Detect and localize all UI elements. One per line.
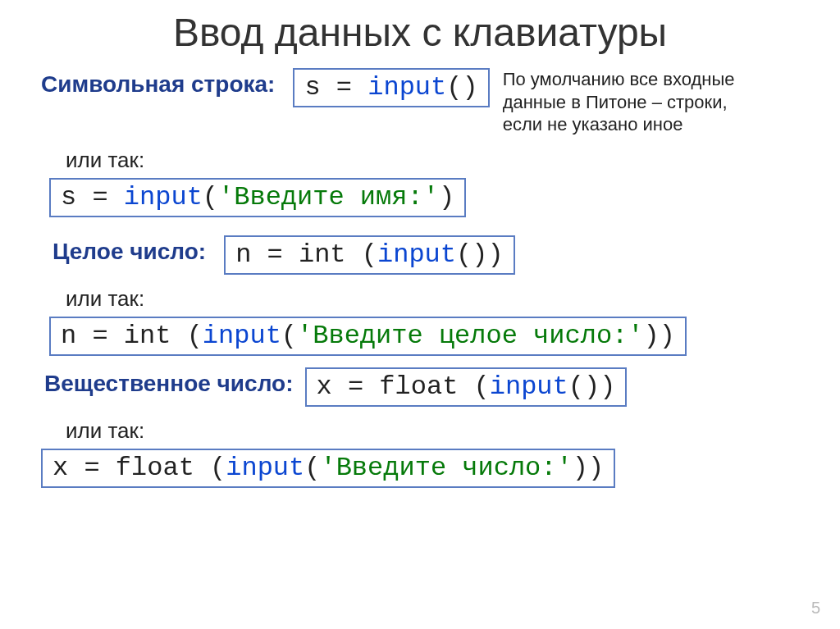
note-default: По умолчанию все входные данные в Питоне… bbox=[503, 68, 757, 136]
row-float: Вещественное число: x = float (input()) bbox=[41, 367, 799, 407]
code-text: )) bbox=[573, 453, 604, 483]
code-text: ) bbox=[439, 182, 454, 212]
code-text: n = int ( bbox=[61, 321, 203, 351]
code-s-prompt: s = input('Введите имя:') bbox=[49, 178, 466, 217]
code-text: n = int ( bbox=[235, 239, 377, 270]
label-int: Целое число: bbox=[52, 235, 206, 265]
code-keyword: input bbox=[124, 182, 203, 212]
row-int-prompt: n = int (input('Введите целое число:')) bbox=[49, 317, 799, 356]
code-string: 'Введите число:' bbox=[320, 453, 572, 483]
code-text: ( bbox=[203, 182, 218, 212]
row-int: Целое число: n = int (input()) bbox=[41, 235, 799, 275]
page-number: 5 bbox=[811, 599, 820, 618]
code-text: s = bbox=[61, 182, 124, 212]
code-x-float: x = float (input()) bbox=[305, 367, 628, 407]
or-label-3: или так: bbox=[66, 418, 799, 444]
code-n-int: n = int (input()) bbox=[224, 235, 514, 275]
code-s-input: s = input() bbox=[293, 68, 489, 107]
code-text: ( bbox=[304, 453, 320, 483]
label-float: Вещественное число: bbox=[44, 367, 294, 397]
code-text: x = float ( bbox=[317, 371, 490, 402]
row-string-prompt: s = input('Введите имя:') bbox=[49, 178, 799, 217]
row-float-prompt: x = float (input('Введите число:')) bbox=[41, 449, 799, 488]
or-label-2: или так: bbox=[66, 286, 799, 312]
code-keyword: input bbox=[377, 239, 456, 270]
code-text: ()) bbox=[456, 239, 504, 270]
code-keyword: input bbox=[226, 453, 304, 483]
code-keyword: input bbox=[368, 72, 446, 103]
code-keyword: input bbox=[490, 371, 568, 402]
code-text: x = float ( bbox=[52, 453, 226, 483]
slide-title: Ввод данных с клавиатуры bbox=[41, 10, 799, 55]
code-text: () bbox=[446, 72, 477, 103]
label-string: Символьная строка: bbox=[41, 68, 275, 98]
code-string: 'Введите целое число:' bbox=[297, 321, 643, 351]
row-string: Символьная строка: s = input() По умолча… bbox=[41, 68, 799, 136]
code-keyword: input bbox=[203, 321, 281, 351]
or-label-1: или так: bbox=[66, 148, 799, 173]
code-x-prompt: x = float (input('Введите число:')) bbox=[41, 449, 615, 488]
code-text: ( bbox=[281, 321, 297, 351]
code-string: 'Введите имя:' bbox=[218, 182, 439, 212]
code-text: ()) bbox=[568, 371, 616, 402]
code-n-prompt: n = int (input('Введите целое число:')) bbox=[49, 317, 687, 356]
code-text: )) bbox=[644, 321, 675, 351]
code-text: s = bbox=[304, 72, 368, 103]
